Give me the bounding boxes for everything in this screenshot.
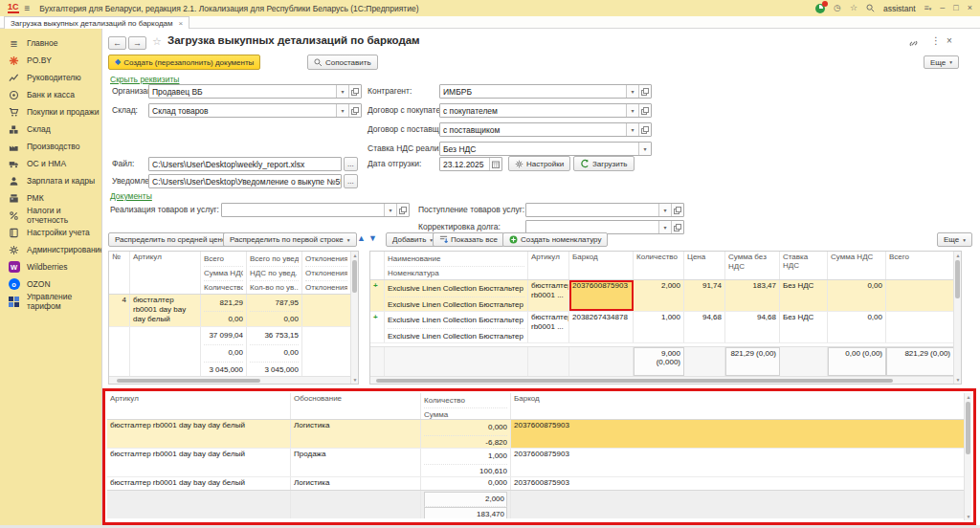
- notice-value[interactable]: C:\Users\User\Desktop\Уведомление о выку…: [149, 175, 341, 187]
- notice-field[interactable]: C:\Users\User\Desktop\Уведомление о выку…: [148, 174, 342, 188]
- buyer-contract-value[interactable]: с покупателем: [440, 104, 626, 117]
- column-header-reason[interactable]: Обоснование: [291, 393, 421, 419]
- cell-expand-plus-icon[interactable]: +: [370, 280, 385, 311]
- ship-date-field[interactable]: 23.12.2025: [439, 157, 502, 171]
- open-icon[interactable]: [348, 85, 361, 98]
- scroll-up-icon[interactable]: ▲: [965, 394, 972, 400]
- user-name[interactable]: assistant: [883, 4, 916, 13]
- dropdown-icon[interactable]: ▾: [626, 104, 638, 117]
- table-row[interactable]: + Exclusive Linen Collection Бюстгальтер…: [370, 312, 961, 343]
- open-icon[interactable]: [396, 204, 409, 216]
- distribute-avg-button[interactable]: Распределить по средней цене▾: [108, 232, 239, 247]
- nav-forward-button[interactable]: →: [128, 36, 146, 50]
- sidebar-item-pokupki-prodazhi[interactable]: Покупки и продажи: [0, 103, 101, 121]
- tab-load-detail[interactable]: Загрузка выкупных детализаций по баркода…: [4, 16, 189, 29]
- more-button-tables[interactable]: Еще▾: [937, 232, 972, 247]
- scrollbar-thumb[interactable]: [117, 379, 260, 383]
- open-icon[interactable]: [638, 104, 651, 117]
- column-header-article[interactable]: Артикул: [107, 393, 291, 419]
- column-header-total[interactable]: Всего Сумма НДС Количество: [201, 252, 247, 294]
- cell-reason[interactable]: Продажа: [291, 449, 421, 476]
- notice-browse-button[interactable]: ...: [344, 174, 358, 188]
- scrollbar-thumb[interactable]: [955, 260, 960, 298]
- counterparty-field[interactable]: ИМБРБ ▾: [439, 84, 652, 99]
- cell-deviation[interactable]: [302, 295, 350, 326]
- column-header-deviation[interactable]: Отклонения по с Отклонения по Н Отклонен…: [302, 252, 350, 294]
- more-button-top[interactable]: Еще▾: [924, 55, 959, 69]
- sidebar-item-sklad[interactable]: Склад: [0, 121, 101, 138]
- sidebar-item-rukovoditelyu[interactable]: Руководителю: [0, 69, 101, 86]
- load-button[interactable]: Загрузить: [573, 156, 635, 171]
- supplier-contract-value[interactable]: с поставщиком: [440, 123, 626, 136]
- cell-vat-rate[interactable]: Без НДС: [780, 280, 828, 311]
- ship-date-value[interactable]: 23.12.2025: [440, 158, 489, 170]
- cell-vat-sum[interactable]: 0,00: [828, 280, 886, 311]
- column-header-sum[interactable]: Сумма без НДС: [725, 252, 780, 279]
- totals-row[interactable]: 37 099,04 0,00 3 045,000 36 753,15 0,00 …: [109, 327, 358, 376]
- dropdown-icon[interactable]: ▾: [626, 85, 638, 98]
- realization-field[interactable]: ▾: [221, 203, 410, 217]
- sidebar-item-administrirovanie[interactable]: Администрирование: [0, 241, 101, 258]
- favorite-star-icon[interactable]: ☆: [152, 35, 162, 48]
- create-documents-button[interactable]: ◆ Создать (перезаполнить) документы: [108, 55, 260, 70]
- vertical-scrollbar[interactable]: ▲ ▼: [350, 252, 358, 384]
- cell-qty[interactable]: 1,000: [634, 312, 684, 342]
- sidebar-item-nastroiki-ucheta[interactable]: Настройки учета: [0, 224, 101, 241]
- sidebar-item-wildberries[interactable]: WWildberries: [0, 258, 101, 275]
- column-header-article[interactable]: Артикул: [528, 252, 569, 279]
- receipt-field[interactable]: ▾: [525, 203, 684, 217]
- cell-name[interactable]: Exclusive Linen Collection Бюстгальтер Ж…: [385, 312, 528, 342]
- warehouse-value[interactable]: Склад товаров: [149, 104, 336, 117]
- cell-qty[interactable]: 2,000: [634, 280, 684, 311]
- table-row-clipped[interactable]: бюстгалтер rb0001 day bay day белый Логи…: [107, 477, 971, 490]
- open-icon[interactable]: [638, 85, 651, 98]
- service-menu-icon[interactable]: ≡▾: [924, 4, 932, 13]
- cell-barcode[interactable]: 2037600875903: [511, 477, 964, 490]
- sidebar-item-proizvodstvo[interactable]: Производство: [0, 138, 101, 155]
- open-icon[interactable]: [348, 104, 361, 117]
- history-icon[interactable]: ◷: [834, 4, 841, 12]
- scroll-up-icon[interactable]: ▲: [351, 253, 359, 258]
- cell-article[interactable]: бюстгалтер rb0001 ...: [528, 312, 569, 342]
- horizontal-scrollbar[interactable]: [109, 376, 350, 384]
- dropdown-icon[interactable]: ▾: [336, 85, 348, 98]
- receipt-value[interactable]: [526, 204, 658, 216]
- vertical-scrollbar[interactable]: ▲ ▼: [964, 393, 971, 520]
- hide-requisites-link[interactable]: Скрыть реквизиты: [110, 75, 179, 84]
- sidebar-item-rmk[interactable]: РМК: [0, 189, 101, 207]
- table-row[interactable]: бюстгалтер rb0001 day bay day белый Логи…: [107, 420, 971, 449]
- move-down-icon[interactable]: ▼: [368, 233, 377, 243]
- column-header-barcode[interactable]: Баркод: [569, 252, 634, 279]
- sidebar-item-nalogi[interactable]: Налоги и отчетность: [0, 207, 101, 224]
- cell-num[interactable]: 4: [109, 295, 130, 326]
- column-header-barcode[interactable]: Баркод: [511, 393, 964, 419]
- column-header-vat-sum[interactable]: Сумма НДС: [828, 252, 886, 279]
- cell-total[interactable]: [886, 312, 953, 342]
- cell-article[interactable]: бюстгалтер rb0001 day bay day белый: [107, 477, 291, 490]
- nav-back-button[interactable]: ←: [108, 36, 126, 50]
- cell-barcode[interactable]: 2038267434878: [569, 312, 634, 342]
- scrollbar-thumb[interactable]: [966, 402, 970, 454]
- sidebar-item-zarplata-kadry[interactable]: Зарплата и кадры: [0, 172, 101, 189]
- tab-close-icon[interactable]: ×: [179, 19, 184, 28]
- calendar-icon[interactable]: [489, 158, 501, 170]
- main-menu-icon[interactable]: ≡: [25, 3, 31, 13]
- column-header-qty[interactable]: Количество: [634, 252, 684, 279]
- table-row[interactable]: + Exclusive Linen Collection Бюстгальтер…: [370, 280, 961, 312]
- column-header-article[interactable]: Артикул: [130, 252, 201, 294]
- match-button[interactable]: Сопоставить: [307, 55, 378, 70]
- vat-rate-field[interactable]: Без НДС ▾: [439, 142, 652, 156]
- close-form-icon[interactable]: ×: [947, 35, 952, 46]
- cell-expand-plus-icon[interactable]: +: [370, 312, 385, 342]
- sidebar-item-ozon[interactable]: oOZON: [0, 275, 101, 293]
- settings-button[interactable]: Настройки: [508, 156, 570, 171]
- cell-article[interactable]: бюстгалтер rb0001 day bay day белый: [107, 420, 291, 448]
- horizontal-scrollbar[interactable]: [370, 376, 953, 384]
- sidebar-item-poby[interactable]: PO.BY: [0, 52, 101, 69]
- scrollbar-thumb[interactable]: [352, 260, 357, 293]
- cell-by-notice[interactable]: 787,95 0,00: [247, 295, 302, 326]
- vat-rate-value[interactable]: Без НДС: [440, 143, 638, 155]
- open-icon[interactable]: [638, 123, 651, 136]
- scroll-down-icon[interactable]: ▼: [351, 377, 359, 383]
- file-field[interactable]: C:\Users\User\Desktop\weekly_report.xlsx: [148, 157, 342, 171]
